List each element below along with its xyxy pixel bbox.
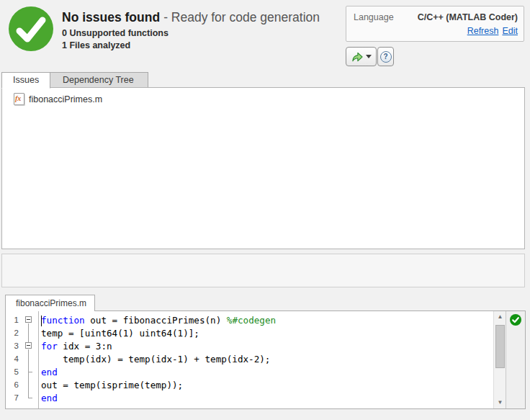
line-number: 5 (6, 367, 19, 376)
status-title: No issues found (62, 10, 160, 24)
line-number: 2 (6, 329, 19, 337)
code-text: out = temp(isprime(temp)); (39, 380, 183, 390)
tab-issues[interactable]: Issues (1, 72, 50, 89)
code-line[interactable]: 5end (6, 365, 494, 378)
files-analyzed-count: 1 Files analyzed (62, 40, 130, 50)
code-text: temp = [uint64(1) uint64(1)]; (39, 328, 199, 339)
unsupported-functions-count: 0 Unsupported functions (62, 28, 169, 38)
code-fold-guide (19, 378, 38, 391)
line-number: 1 (6, 316, 19, 324)
refresh-link[interactable]: Refresh (467, 26, 499, 36)
settings-links: RefreshEdit (464, 26, 518, 36)
status-heading: No issues found- Ready for code generati… (62, 10, 320, 25)
status-subtitle: - Ready for code generation (163, 10, 320, 24)
vertical-scrollbar[interactable]: ▲ ▼ (493, 311, 506, 408)
issues-file-item[interactable]: fx fibonacciPrimes.m (14, 93, 102, 105)
export-report-button[interactable] (346, 47, 377, 66)
scroll-up-icon[interactable]: ▲ (494, 312, 506, 322)
text-caret (41, 316, 42, 326)
code-text: function out = fibonacciPrimes(n) %#code… (39, 315, 276, 326)
language-label: Language (354, 12, 394, 22)
code-analyzer-ok-icon[interactable] (510, 314, 521, 326)
code-line[interactable]: 6out = temp(isprime(temp)); (6, 378, 494, 391)
help-icon: ? (380, 51, 392, 63)
issues-panel: fx fibonacciPrimes.m (1, 87, 525, 249)
code-fold-guide (19, 365, 38, 378)
message-indicator-bar (506, 311, 525, 408)
code-editor[interactable]: 1function out = fibonacciPrimes(n) %#cod… (5, 310, 526, 409)
line-number: 6 (6, 380, 19, 389)
code-text: end (39, 367, 58, 377)
success-check-icon (7, 5, 55, 53)
tab-dependency-tree[interactable]: Dependency Tree (48, 72, 148, 89)
code-fold-guide (19, 326, 38, 339)
code-fold-guide (19, 391, 38, 404)
help-button[interactable]: ? (377, 47, 394, 66)
code-line[interactable]: 7end (6, 391, 494, 404)
code-fold-collapse-icon[interactable] (19, 313, 38, 326)
export-dropdown-caret-icon[interactable] (366, 55, 372, 58)
details-panel (1, 254, 525, 287)
export-report-arrow-icon (351, 52, 364, 62)
edit-link[interactable]: Edit (502, 26, 518, 36)
line-number: 7 (6, 393, 19, 402)
code-text: end (39, 393, 58, 403)
code-line[interactable]: 3for idx = 3:n (6, 339, 494, 352)
code-text: temp(idx) = temp(idx-1) + temp(idx-2); (39, 354, 270, 365)
editor-file-tab[interactable]: fibonacciPrimes.m (5, 295, 95, 311)
language-settings-box: Language C/C++ (MATLAB Coder) RefreshEdi… (346, 6, 524, 42)
code-text: for idx = 3:n (39, 341, 112, 352)
gutter-divider (38, 311, 39, 408)
code-readiness-app: No issues found- Ready for code generati… (0, 0, 530, 420)
line-number: 4 (6, 354, 19, 363)
code-line[interactable]: 4 temp(idx) = temp(idx-1) + temp(idx-2); (6, 352, 494, 365)
line-number: 3 (6, 341, 19, 350)
matlab-function-file-icon: fx (14, 93, 24, 105)
scroll-down-icon[interactable]: ▼ (494, 398, 506, 408)
code-fold-guide (19, 352, 38, 365)
code-line[interactable]: 1function out = fibonacciPrimes(n) %#cod… (6, 313, 494, 326)
scrollbar-thumb[interactable] (495, 325, 505, 368)
language-value: C/C++ (MATLAB Coder) (418, 12, 518, 22)
code-lines[interactable]: 1function out = fibonacciPrimes(n) %#cod… (6, 311, 494, 408)
code-line[interactable]: 2temp = [uint64(1) uint64(1)]; (6, 326, 494, 339)
code-fold-collapse-icon[interactable] (19, 339, 38, 352)
file-name: fibonacciPrimes.m (29, 94, 102, 104)
